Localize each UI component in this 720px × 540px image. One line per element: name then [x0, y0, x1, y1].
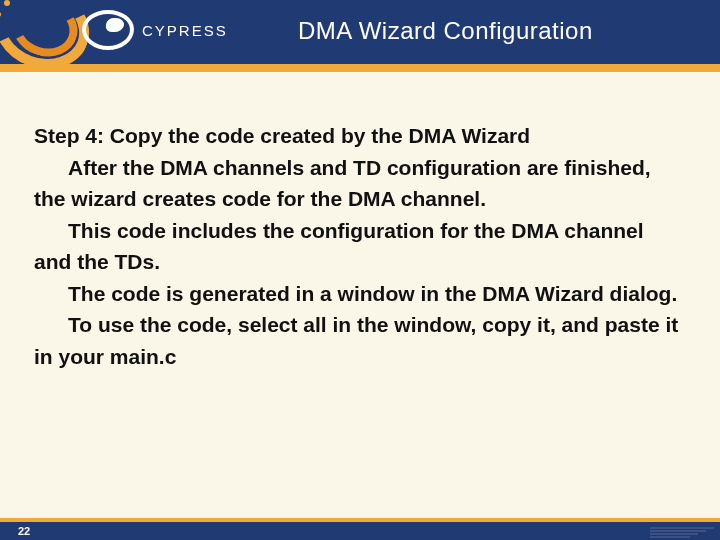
- brand-name: CYPRESS: [142, 22, 228, 39]
- slide: CYPRESS DMA Wizard Configuration Step 4:…: [0, 0, 720, 540]
- step-heading: Step 4: Copy the code created by the DMA…: [34, 120, 686, 152]
- page-number: 22: [18, 525, 30, 537]
- slide-footer: 22: [0, 518, 720, 540]
- cypress-tree-icon: [82, 10, 134, 50]
- swoosh-ornament-icon: [0, 0, 100, 72]
- slide-body: Step 4: Copy the code created by the DMA…: [0, 72, 720, 372]
- slide-title: DMA Wizard Configuration: [298, 17, 593, 45]
- paragraph-4: To use the code, select all in the windo…: [34, 309, 686, 372]
- footer-stripes-icon: [650, 527, 714, 538]
- accent-band: [0, 64, 720, 72]
- paragraph-3: The code is generated in a window in the…: [34, 278, 686, 310]
- paragraph-1: After the DMA channels and TD configurat…: [34, 152, 686, 215]
- paragraph-2: This code includes the configuration for…: [34, 215, 686, 278]
- brand-logo: CYPRESS: [82, 10, 228, 50]
- slide-header: CYPRESS DMA Wizard Configuration: [0, 0, 720, 64]
